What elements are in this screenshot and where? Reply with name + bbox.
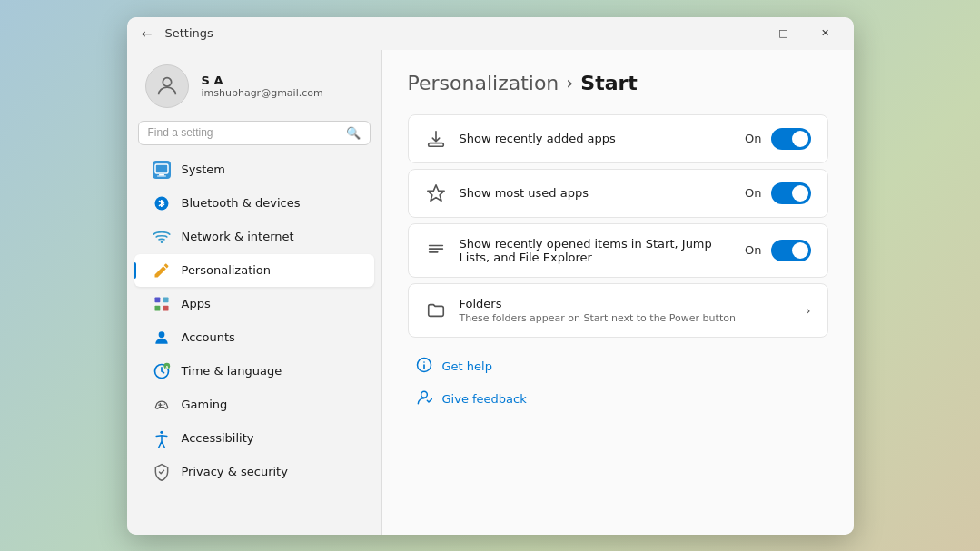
feedback-icon xyxy=(415,389,433,410)
folders-card[interactable]: Folders These folders appear on Start ne… xyxy=(408,283,828,338)
system-icon xyxy=(153,161,171,179)
most-used-toggle-thumb xyxy=(792,185,808,202)
svg-point-14 xyxy=(163,403,164,404)
sidebar-item-personalization[interactable]: Personalization xyxy=(134,254,374,287)
network-icon xyxy=(153,228,171,246)
get-help-link[interactable]: Get help xyxy=(411,350,825,383)
folders-chevron-icon: › xyxy=(806,303,811,318)
folders-text: Folders These folders appear on Start ne… xyxy=(460,297,793,324)
recently-added-row: Show recently added apps On xyxy=(409,115,827,162)
sidebar-item-privacy[interactable]: Privacy & security xyxy=(134,456,374,488)
breadcrumb-current: Start xyxy=(580,72,638,94)
feedback-link[interactable]: Give feedback xyxy=(411,383,825,416)
sidebar-item-label-bluetooth: Bluetooth & devices xyxy=(182,196,301,210)
recently-opened-text: Show recently opened items in Start, Jum… xyxy=(460,237,733,264)
sidebar-item-system[interactable]: System xyxy=(134,153,374,186)
breadcrumb-separator: › xyxy=(566,72,573,93)
svg-point-24 xyxy=(421,391,427,398)
svg-rect-17 xyxy=(428,143,443,146)
folders-desc: These folders appear on Start next to th… xyxy=(460,312,793,324)
privacy-icon xyxy=(153,463,171,481)
close-button[interactable]: ✕ xyxy=(805,17,846,50)
recently-opened-toggle[interactable] xyxy=(771,240,811,261)
sidebar-item-accounts[interactable]: Accounts xyxy=(134,321,374,354)
sidebar-item-accessibility[interactable]: Accessibility xyxy=(134,422,374,455)
user-section: S A imshubhagr@gmail.com xyxy=(127,50,381,121)
breadcrumb-parent: Personalization xyxy=(408,72,559,94)
sidebar-item-label-apps: Apps xyxy=(182,297,211,310)
content-area: S A imshubhagr@gmail.com 🔍 xyxy=(127,50,854,535)
svg-point-10 xyxy=(158,331,164,338)
window-controls: — □ ✕ xyxy=(721,17,846,50)
recently-opened-label: Show recently opened items in Start, Jum… xyxy=(460,237,733,264)
recently-opened-status: On xyxy=(745,243,761,257)
apps-icon xyxy=(153,295,171,313)
help-section: Get help Give feedback xyxy=(408,350,828,416)
recently-added-status: On xyxy=(745,132,761,145)
svg-marker-18 xyxy=(427,184,443,200)
settings-window: ← Settings — □ ✕ xyxy=(127,17,854,535)
sidebar-item-bluetooth[interactable]: Bluetooth & devices xyxy=(134,187,374,220)
recently-opened-icon xyxy=(425,240,447,261)
svg-point-0 xyxy=(163,77,171,85)
most-used-control: On xyxy=(745,182,810,204)
avatar xyxy=(145,64,189,108)
svg-rect-7 xyxy=(163,297,168,302)
main-content: Personalization › Start Show recently ad… xyxy=(382,50,854,535)
feedback-label: Give feedback xyxy=(442,392,527,406)
recently-opened-toggle-thumb xyxy=(792,242,808,259)
sidebar-item-apps[interactable]: Apps xyxy=(134,288,374,320)
back-button[interactable]: ← xyxy=(134,21,160,46)
sidebar-item-gaming[interactable]: Gaming xyxy=(134,389,374,421)
sidebar-item-label-time: Time & language xyxy=(182,364,282,378)
accessibility-icon xyxy=(153,429,171,448)
sidebar-item-label-gaming: Gaming xyxy=(182,398,228,411)
svg-rect-1 xyxy=(155,164,168,173)
svg-rect-9 xyxy=(163,305,168,310)
sidebar-item-label-accounts: Accounts xyxy=(182,330,235,344)
folders-row[interactable]: Folders These folders appear on Start ne… xyxy=(409,284,827,337)
sidebar-item-time[interactable]: A Time & language xyxy=(134,355,374,388)
time-icon: A xyxy=(153,362,171,380)
folders-label: Folders xyxy=(460,297,793,310)
svg-point-23 xyxy=(423,361,425,363)
most-used-toggle[interactable] xyxy=(771,182,811,204)
search-icon: 🔍 xyxy=(346,126,361,140)
folders-control: › xyxy=(806,303,811,318)
svg-rect-3 xyxy=(157,175,166,176)
most-used-icon xyxy=(425,182,447,204)
svg-rect-8 xyxy=(154,305,160,310)
sidebar-item-network[interactable]: Network & internet xyxy=(134,221,374,253)
most-used-label: Show most used apps xyxy=(460,186,733,200)
recently-added-card: Show recently added apps On xyxy=(408,114,828,163)
user-name: S A xyxy=(202,74,323,87)
titlebar: ← Settings — □ ✕ xyxy=(127,17,854,50)
personalization-icon xyxy=(153,261,171,280)
recently-opened-control: On xyxy=(745,240,810,261)
window-title: Settings xyxy=(165,26,721,40)
search-box[interactable]: 🔍 xyxy=(138,121,371,145)
sidebar-item-label-system: System xyxy=(182,162,225,176)
recently-added-toggle-thumb xyxy=(792,131,808,147)
folders-icon xyxy=(425,300,447,321)
accounts-icon xyxy=(153,329,171,347)
search-input[interactable] xyxy=(148,126,341,139)
recently-opened-card: Show recently opened items in Start, Jum… xyxy=(408,223,828,278)
svg-rect-6 xyxy=(154,297,160,302)
bluetooth-icon xyxy=(153,194,171,212)
sidebar-item-label-privacy: Privacy & security xyxy=(182,465,288,478)
recently-added-label: Show recently added apps xyxy=(460,132,733,145)
user-email: imshubhagr@gmail.com xyxy=(202,87,323,99)
recently-added-icon xyxy=(425,128,447,150)
recently-added-toggle[interactable] xyxy=(771,128,811,150)
recently-added-control: On xyxy=(745,128,810,150)
get-help-label: Get help xyxy=(442,359,492,373)
minimize-button[interactable]: — xyxy=(721,17,763,50)
get-help-icon xyxy=(415,356,433,378)
most-used-row: Show most used apps On xyxy=(409,170,827,217)
most-used-status: On xyxy=(745,186,761,200)
sidebar-item-label-personalization: Personalization xyxy=(182,263,272,277)
svg-point-5 xyxy=(160,241,163,243)
maximize-button[interactable]: □ xyxy=(763,17,805,50)
svg-point-15 xyxy=(163,405,163,406)
